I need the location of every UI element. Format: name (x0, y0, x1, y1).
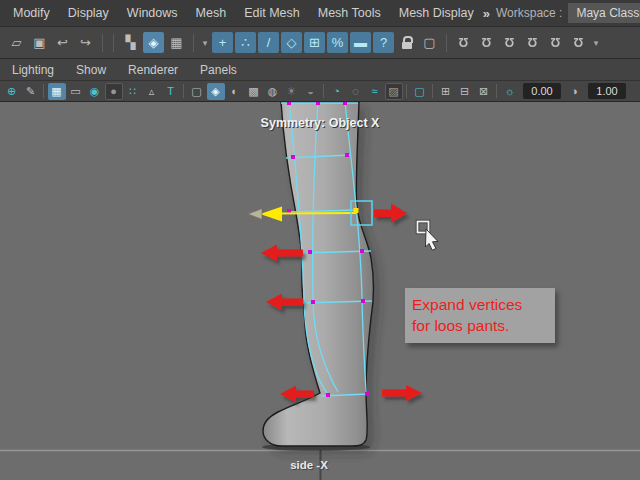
image-plane-free-icon[interactable]: ⊠ (475, 83, 493, 100)
exposure-icon-icon[interactable]: ☼ (501, 83, 519, 100)
object-mode-icon[interactable]: % (327, 32, 348, 53)
select-by-component-icon[interactable]: ▦ (166, 32, 187, 53)
select-by-hierarchy-icon[interactable]: ▚ (120, 32, 141, 53)
menu-lighting[interactable]: Lighting (1, 63, 65, 77)
menu-mesh[interactable]: Mesh (187, 6, 236, 20)
use-default-material-icon[interactable]: ◍ (264, 83, 282, 100)
toolbar-separator (446, 34, 447, 52)
lighting-toggle-icon[interactable]: ☀ (283, 83, 301, 100)
grease-pencil-icon[interactable]: ✎ (22, 83, 40, 100)
screen-space-ao-icon[interactable]: ◔ (328, 83, 346, 100)
image-plane-front-icon[interactable]: ⊞ (437, 83, 455, 100)
edge-mode-icon[interactable]: / (258, 32, 279, 53)
pan-zoom-tool-icon[interactable]: ⊕ (3, 83, 21, 100)
toolbar-separator (323, 84, 324, 98)
menu-show[interactable]: Show (65, 63, 117, 77)
main-menubar: Modify Display Windows Mesh Edit Mesh Me… (0, 0, 640, 26)
shadows-toggle-icon[interactable]: ◒ (302, 83, 320, 100)
menu-renderer[interactable]: Renderer (117, 63, 189, 77)
safe-action-icon[interactable]: ▵ (143, 83, 161, 100)
textured-display-icon[interactable]: ◐ (226, 83, 244, 100)
contrast-icon-icon[interactable]: ◑ (566, 83, 584, 100)
toolbar-separator (102, 34, 103, 52)
field-chart-icon[interactable]: ∷ (124, 83, 142, 100)
mouse-cursor (418, 222, 439, 251)
wireframe-display-icon[interactable]: ▢ (188, 83, 206, 100)
undo-icon[interactable]: ↩ (52, 32, 73, 53)
grid-icon[interactable]: ▦ (48, 83, 66, 100)
save-scene-icon[interactable]: ▣ (29, 32, 50, 53)
menu-mesh-tools[interactable]: Mesh Tools (309, 6, 390, 20)
smooth-shade-display-icon[interactable]: ◈ (207, 83, 225, 100)
toolbar-separator (193, 34, 194, 52)
menu-mesh-display[interactable]: Mesh Display (390, 6, 483, 20)
expand-arrow-right-knee (374, 204, 407, 224)
depth-of-field-icon[interactable]: ▨ (385, 83, 403, 100)
symmetry-status-label: Symmetry: Object X (0, 116, 640, 130)
open-scene-icon[interactable]: ▱ (6, 32, 27, 53)
multi-component-icon[interactable]: + (212, 32, 233, 53)
snap-dropdown[interactable]: ▾ (591, 32, 601, 53)
menu-windows[interactable]: Windows (118, 6, 187, 20)
workspace-selector[interactable]: Maya Classic* (568, 3, 640, 23)
snap-to-projected-center-icon[interactable]: Ω (522, 32, 543, 53)
exposure-field[interactable]: 0.00 (523, 83, 561, 99)
annotation-note: Expand vertices for loos pants. (405, 288, 555, 343)
workspace-label: Workspace : (496, 6, 562, 20)
gate-mask-icon[interactable]: ● (105, 83, 123, 100)
isolate-select-icon[interactable]: ▢ (411, 83, 429, 100)
annotation-line1: Expand vertices (412, 294, 555, 315)
expand-arrow-left-calf (266, 294, 303, 311)
film-gate-icon[interactable]: ▭ (67, 83, 85, 100)
image-plane-back-icon[interactable]: ⊟ (456, 83, 474, 100)
main-toolbar: ▱▣↩↪▚◈▦▾+∴/◇⊞%▬?▢ΩΩΩΩΩΩ▾ (0, 26, 640, 58)
panel-menubar: Lighting Show Renderer Panels (0, 58, 640, 80)
motion-blur-icon[interactable]: ◌ (347, 83, 365, 100)
snap-to-curve-icon[interactable]: Ω (476, 32, 497, 53)
contrast-field[interactable]: 1.00 (588, 83, 626, 99)
menu-panels[interactable]: Panels (189, 63, 248, 77)
menu-modify[interactable]: Modify (4, 6, 59, 20)
workspace-area: » Workspace : Maya Classic* (483, 3, 640, 23)
toolbar-separator (113, 34, 114, 52)
snap-to-view-plane-icon[interactable]: Ω (545, 32, 566, 53)
selection-mask-dropdown[interactable]: ▾ (200, 32, 210, 53)
highlight-selection-icon[interactable]: ▢ (419, 32, 440, 53)
selected-vertex[interactable] (354, 208, 359, 213)
overflow-chevrons-icon[interactable]: » (483, 6, 490, 21)
keyframe-clapper-icon[interactable]: ▬ (350, 32, 371, 53)
anti-aliasing-icon[interactable]: ≈ (366, 83, 384, 100)
menu-display[interactable]: Display (59, 6, 118, 20)
panel-toolbar: ⊕✎▦▭◉●∷▵T▢◈◐▩◍☀◒◔◌≈▨▢⊞⊟⊠☼0.00◑1.00 (0, 80, 640, 102)
textured-cube-display-icon[interactable]: ▩ (245, 83, 263, 100)
expand-arrow-right-ankle (382, 385, 422, 401)
snap-to-grid-icon[interactable]: Ω (453, 32, 474, 53)
toolbar-separator (183, 84, 184, 98)
vertex-mode-icon[interactable]: ∴ (235, 32, 256, 53)
toolbar-separator (406, 84, 407, 98)
viewport-side-camera[interactable]: Symmetry: Object X Expand vertices for l… (0, 102, 640, 480)
uv-mode-icon[interactable]: ⊞ (304, 32, 325, 53)
face-mode-icon[interactable]: ◇ (281, 32, 302, 53)
resolution-gate-icon[interactable]: ◉ (86, 83, 104, 100)
select-by-object-icon[interactable]: ◈ (143, 32, 164, 53)
annotation-line2: for loos pants. (412, 315, 555, 336)
camera-label: side -X (0, 459, 618, 471)
toolbar-separator (43, 84, 44, 98)
safe-title-icon[interactable]: T (162, 83, 180, 100)
menu-edit-mesh[interactable]: Edit Mesh (235, 6, 309, 20)
expand-arrow-left-knee (261, 245, 303, 262)
make-live-icon[interactable]: Ω (568, 32, 589, 53)
toolbar-separator (432, 84, 433, 98)
lock-selection-icon[interactable] (396, 32, 417, 53)
toolbar-separator (496, 84, 497, 98)
redo-icon[interactable]: ↪ (75, 32, 96, 53)
snap-to-point-icon[interactable]: Ω (499, 32, 520, 53)
toolkit-help-icon[interactable]: ? (373, 32, 394, 53)
